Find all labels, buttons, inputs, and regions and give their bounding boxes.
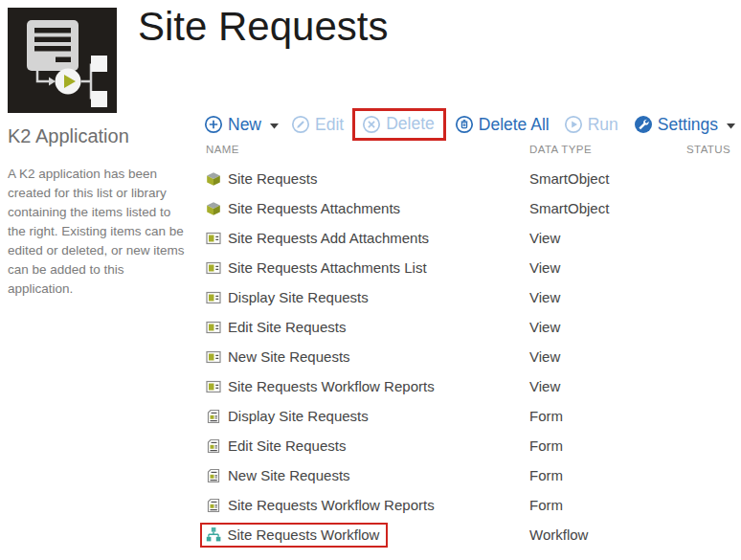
trash-circle-icon (455, 115, 474, 134)
table-row[interactable]: New Site Requests Form (0, 460, 741, 490)
view-icon (206, 231, 221, 246)
table-row[interactable]: Edit Site Requests Form (0, 431, 741, 460)
delete-button-label: Delete (386, 114, 435, 134)
item-name: Edit Site Requests (228, 437, 346, 454)
settings-dropdown-caret-icon[interactable] (727, 116, 735, 133)
column-header-data-type: DATA TYPE (529, 144, 592, 155)
column-header-status: STATUS (686, 144, 730, 155)
form-icon (206, 468, 221, 483)
item-data-type: View (529, 342, 560, 371)
page-title: Site Requests (138, 4, 388, 50)
form-icon (206, 498, 221, 513)
table-row[interactable]: Site Requests SmartObject (0, 164, 741, 193)
view-icon (206, 379, 221, 394)
item-name: New Site Requests (228, 467, 350, 483)
new-dropdown-caret-icon[interactable] (270, 116, 279, 133)
item-data-type: View (529, 282, 560, 312)
item-name: Site Requests Workflow (228, 526, 380, 543)
item-name: New Site Requests (228, 348, 350, 365)
wrench-circle-icon (634, 115, 653, 134)
settings-button-label: Settings (658, 115, 718, 135)
delete-all-button[interactable]: Delete All (455, 115, 550, 135)
plus-circle-icon (204, 115, 223, 134)
play-circle-icon (564, 115, 583, 134)
smartobject-icon (206, 201, 221, 216)
delete-annotation-box: Delete (352, 108, 446, 141)
view-icon (206, 260, 221, 276)
table-row[interactable]: New Site Requests View (0, 342, 741, 371)
sidebar-heading: K2 Application (8, 125, 129, 147)
item-data-type: Form (529, 460, 563, 490)
item-data-type: SmartObject (529, 164, 609, 193)
item-data-type: Form (529, 431, 563, 460)
item-data-type: SmartObject (529, 193, 609, 223)
k2-application-logo-icon (8, 8, 117, 113)
item-name: Site Requests (228, 170, 317, 187)
table-row[interactable]: Site Requests Workflow Reports Form (0, 490, 741, 520)
item-name: Site Requests Attachments (228, 200, 400, 216)
column-header-name: NAME (206, 144, 239, 155)
item-name: Site Requests Add Attachments (228, 230, 429, 246)
item-table: Site Requests SmartObject Site Requests … (0, 164, 741, 549)
delete-all-button-label: Delete All (479, 115, 550, 135)
item-data-type: Form (529, 401, 563, 431)
toolbar: New Edit Delete Delete All (204, 107, 741, 142)
pencil-circle-icon (291, 115, 310, 134)
view-icon (206, 320, 221, 335)
item-data-type: View (529, 371, 560, 401)
item-data-type: View (529, 253, 560, 282)
table-row[interactable]: Site Requests Workflow Reports View (0, 371, 741, 401)
view-icon (206, 290, 221, 305)
item-name: Edit Site Requests (228, 319, 346, 335)
table-row[interactable]: Site Requests Attachments SmartObject (0, 193, 741, 223)
run-button[interactable]: Run (564, 115, 618, 135)
item-data-type: Workflow (529, 520, 588, 549)
item-data-type: View (529, 312, 560, 342)
form-icon (206, 438, 221, 454)
new-button-label: New (228, 115, 261, 135)
item-name: Display Site Requests (228, 408, 369, 424)
item-name: Site Requests Workflow Reports (228, 497, 435, 513)
table-row[interactable]: Edit Site Requests View (0, 312, 741, 342)
form-icon (206, 409, 221, 424)
edit-button-label: Edit (315, 115, 344, 135)
settings-button[interactable]: Settings (634, 115, 718, 135)
table-row[interactable]: Display Site Requests View (0, 282, 741, 312)
smartobject-icon (206, 171, 221, 187)
workflow-icon (206, 526, 221, 542)
item-name: Display Site Requests (228, 289, 369, 305)
edit-button[interactable]: Edit (291, 115, 344, 135)
item-data-type: View (529, 223, 560, 253)
item-name: Site Requests Workflow Reports (228, 378, 435, 394)
delete-button[interactable]: Delete (362, 114, 435, 134)
run-button-label: Run (588, 115, 618, 135)
view-icon (206, 349, 221, 365)
table-row[interactable]: Site Requests Add Attachments View (0, 223, 741, 253)
new-button[interactable]: New (204, 115, 261, 135)
table-row[interactable]: Display Site Requests Form (0, 401, 741, 431)
workflow-annotation-box: Site Requests Workflow (200, 523, 389, 548)
item-name: Site Requests Attachments List (228, 259, 427, 276)
x-circle-icon (362, 115, 381, 134)
table-row[interactable]: Site Requests Workflow Workflow (0, 520, 741, 549)
table-row[interactable]: Site Requests Attachments List View (0, 253, 741, 282)
item-data-type: Form (529, 490, 563, 520)
